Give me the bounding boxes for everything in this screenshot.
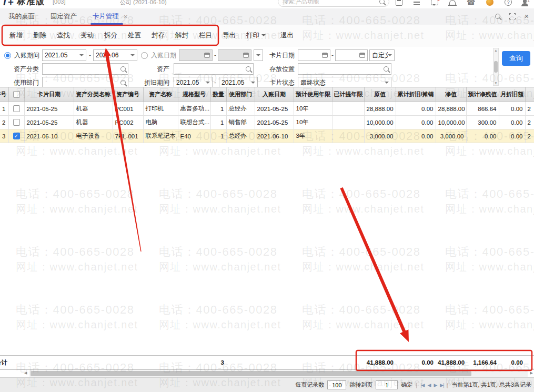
select-all-checkbox[interactable] — [13, 91, 20, 98]
col-header-14[interactable]: 累计折旧/摊销 — [396, 87, 436, 102]
row-checkbox[interactable]: ✓ — [13, 133, 20, 139]
entry-date-from-field[interactable] — [179, 49, 213, 61]
scroll-right-icon[interactable]: ▶ — [530, 371, 533, 375]
toolbar-button-2[interactable]: 删除 — [28, 28, 52, 43]
toolbar-button-1[interactable]: 新增 — [4, 28, 28, 43]
phone-icon[interactable]: ☎ — [467, 0, 475, 6]
col-header-6[interactable]: 资产名称 — [143, 87, 178, 102]
toolbar-button-9[interactable]: 栏目 — [194, 28, 217, 43]
tab-2[interactable]: 固定资产 — [49, 8, 78, 25]
col-header-11[interactable]: 预计使用年限 — [294, 87, 333, 102]
watermark-site: 网址：www.chanjet.net — [16, 144, 138, 158]
watermark-site: 网址：www.chanjet.net — [302, 318, 425, 332]
table-row-2[interactable]: 22021-05-25机器PC002电脑联想台式...1销售部2021-05-2… — [0, 116, 534, 129]
col-header-8[interactable]: 数量 — [210, 87, 226, 102]
close-all-icon[interactable]: × — [525, 14, 529, 19]
tasklist-icon[interactable] — [414, 0, 420, 5]
entry-date-radio[interactable] — [141, 52, 148, 59]
col-header-9[interactable]: 使用部门 — [226, 87, 255, 102]
totals-empty-cell — [178, 356, 210, 370]
tab-1[interactable]: 我的桌面 — [7, 8, 36, 25]
period-radio[interactable] — [4, 52, 11, 59]
entry-date-mode-select[interactable] — [254, 49, 263, 61]
entry-date-to-field[interactable] — [218, 49, 251, 61]
col-header-10[interactable]: 入账日期 — [255, 87, 294, 102]
lookup-icon[interactable] — [384, 66, 389, 72]
tab-close-icon[interactable]: × — [124, 13, 128, 21]
tab-bar: 我的桌面固定资产卡片管理× × — [0, 8, 534, 25]
col-header-17[interactable]: 月折旧额 — [499, 87, 525, 102]
toolbar-button-7[interactable]: 封存 — [146, 28, 170, 43]
cell-asset_code: PC002 — [113, 116, 143, 129]
toolbar-button-5[interactable]: 拆分 — [99, 28, 123, 43]
fullscreen-icon[interactable] — [509, 13, 516, 19]
goto-page-input[interactable] — [376, 380, 398, 389]
table-row-1[interactable]: 12021-05-25机器PC001打印机惠普多功...1总经办2021-05-… — [0, 102, 534, 116]
col-header-15[interactable]: 净值 — [436, 87, 466, 102]
toolbar-button-3[interactable]: 查找 — [52, 28, 75, 43]
global-search-input[interactable]: 搜索:产品功能 — [278, 0, 389, 7]
confirm-button[interactable]: 确定 — [401, 381, 412, 389]
col-header-1[interactable]: 序号 — [0, 87, 8, 102]
mascot-icon[interactable] — [486, 0, 493, 6]
period-from-select[interactable]: 2021.05 — [42, 49, 86, 61]
help-icon[interactable]: ? — [505, 0, 512, 6]
scroll-down-icon[interactable]: ▼ — [495, 82, 498, 85]
col-header-18[interactable] — [525, 87, 534, 102]
tab-3[interactable]: 卡片管理× — [92, 8, 129, 25]
query-button[interactable]: 查询 — [502, 51, 530, 66]
calculator-icon[interactable] — [396, 0, 402, 6]
filter-scrollbar[interactable]: ▲ ▼ — [493, 48, 499, 86]
card-date-mode-select[interactable]: 自定义 — [369, 49, 395, 61]
toolbar-button-8[interactable]: 解封 — [170, 28, 194, 43]
tab-search-icon[interactable] — [495, 14, 500, 19]
search-icon[interactable] — [379, 0, 385, 4]
row-checkbox[interactable] — [13, 119, 20, 126]
col-header-7[interactable]: 规格型号 — [178, 87, 210, 102]
table-header-row: 序号卡片日期资产分类名称资产编号资产名称规格型号数量使用部门入账日期预计使用年限… — [0, 87, 534, 102]
watermark-phone: 电话：400-665-0028 — [445, 244, 534, 260]
card-date-from-field[interactable] — [298, 49, 330, 61]
toolbar-button-11[interactable]: 打印 — [241, 28, 271, 43]
scroll-up-icon[interactable]: ▲ — [495, 49, 498, 52]
card-date-to-field[interactable] — [335, 49, 368, 61]
row-checkbox[interactable] — [13, 105, 20, 112]
next-page-icon[interactable]: ▶ — [434, 383, 437, 388]
scroll-thumb[interactable] — [494, 61, 498, 73]
col-header-label: 数量 — [213, 91, 224, 97]
col-header-12[interactable]: 已计提年限 — [333, 87, 364, 102]
toolbar-button-label: 解封 — [175, 31, 188, 40]
col-header-2[interactable] — [8, 87, 24, 102]
horizontal-scrollbar[interactable]: ◀ ▶ — [0, 370, 534, 377]
scroll-thumb[interactable] — [31, 371, 471, 376]
toolbar-button-6[interactable]: 处置 — [123, 28, 146, 43]
cell-net: 3,000.00 — [436, 129, 466, 143]
lookup-icon[interactable] — [120, 66, 126, 72]
period-to-select[interactable]: 2021.06 — [93, 49, 137, 61]
scroll-left-icon[interactable]: ◀ — [24, 371, 27, 375]
prev-page-icon[interactable]: ◀ — [427, 383, 430, 388]
lookup-icon[interactable] — [246, 66, 251, 72]
location-input[interactable] — [298, 63, 391, 75]
col-header-16[interactable]: 预计净残值 — [466, 87, 499, 102]
calendar-icon — [243, 53, 249, 58]
lookup-icon[interactable] — [120, 80, 126, 85]
toolbar-button-10[interactable]: 导出 — [217, 28, 241, 43]
col-header-13[interactable]: 原值 — [364, 87, 396, 102]
page-size-input[interactable] — [327, 380, 346, 389]
message-icon[interactable] — [431, 0, 438, 5]
first-page-icon[interactable]: |◀ — [420, 383, 424, 388]
col-header-4[interactable]: 资产分类名称 — [74, 87, 113, 102]
toolbar-button-4[interactable]: 变动 — [75, 28, 99, 43]
asset-class-input[interactable] — [42, 63, 128, 75]
toolbar-button-12[interactable]: 退出 — [275, 28, 299, 43]
col-header-5[interactable]: 资产编号 — [113, 87, 143, 102]
totals-empty-cell — [255, 356, 294, 370]
asset-input[interactable] — [174, 63, 254, 75]
last-page-icon[interactable]: ▶| — [440, 383, 444, 388]
cell-monthly_depr: 0.00 — [499, 102, 525, 116]
col-header-3[interactable]: 卡片日期 — [24, 87, 74, 102]
asset-class-label: 资产分类 — [7, 63, 39, 75]
notification-bell-icon[interactable] — [449, 0, 456, 5]
table-row-3[interactable]: 3✓2021-06-10电子设备7HL-001联系笔记本E401总经办2021-… — [0, 129, 534, 143]
